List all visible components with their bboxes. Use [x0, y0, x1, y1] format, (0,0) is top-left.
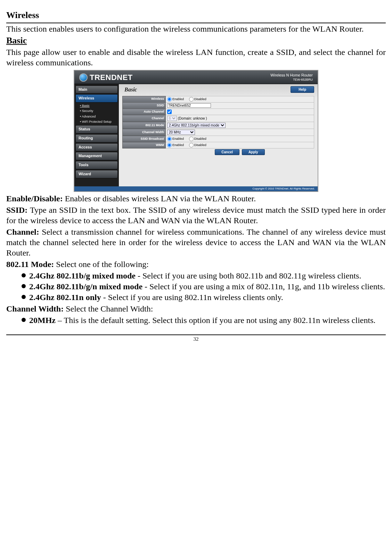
enabled-label: Enabled: [172, 97, 184, 101]
page-footer: 32: [6, 334, 386, 342]
label-mode: 802.11 Mode: [123, 122, 166, 129]
disabled-label: Disabled: [194, 97, 206, 101]
sidebar: Main Wireless • Basic • Security • Advan…: [74, 84, 119, 186]
mode-select[interactable]: 2.4Ghz 802.11b/g/n mixed mode: [167, 123, 226, 128]
content-panel: Basic Help Wireless Enabled Disabled SSI…: [119, 84, 318, 186]
def-enable: Enable/Disable: Enables or disables wire…: [6, 193, 386, 204]
heading-wireless: Wireless: [6, 10, 386, 21]
brand-logo-area: TRENDNET: [79, 73, 133, 82]
router-model: Wireless N Home Router TEW-652BRU: [270, 73, 313, 82]
def-cw: Channel Width: Select the Channel Width:: [6, 304, 386, 314]
cw-bullets: 20MHz – This is the default setting. Sel…: [6, 315, 386, 325]
broadcast-enabled-radio[interactable]: [167, 137, 172, 141]
form-table: Wireless Enabled Disabled SSID Auto Chan…: [122, 96, 314, 156]
globe-icon: [79, 73, 88, 82]
label-wmm: WMM: [123, 142, 166, 148]
label-auto-channel: Auto Channel: [123, 109, 166, 115]
nav-sub-basic[interactable]: • Basic: [76, 103, 117, 108]
nav-sub-advanced[interactable]: • Advanced: [76, 114, 117, 119]
list-item: 20MHz – This is the default setting. Sel…: [22, 315, 386, 325]
nav-wireless[interactable]: Wireless: [75, 94, 118, 103]
basic-intro-text: This page allow user to enable and disab…: [6, 47, 386, 68]
label-wireless: Wireless: [123, 96, 166, 102]
apply-button[interactable]: Apply: [242, 149, 265, 155]
def-channel: Channel: Select a transmission channel f…: [6, 227, 386, 258]
broadcast-disabled-radio[interactable]: [189, 137, 194, 141]
heading-basic: Basic: [6, 35, 386, 47]
model-line2: TEW-652BRU: [293, 78, 313, 81]
nav-main[interactable]: Main: [75, 86, 118, 94]
router-header: TRENDNET Wireless N Home Router TEW-652B…: [74, 71, 318, 84]
help-button[interactable]: Help: [291, 86, 314, 93]
list-item: 2.4Ghz 802.11n only - Select if you are …: [22, 292, 386, 302]
label-broadcast: SSID Broadcast: [123, 136, 166, 142]
router-footer: Copyright © 2010 TRENDnet. All Rights Re…: [74, 186, 318, 191]
label-ssid: SSID: [123, 102, 166, 109]
nav-sub-security[interactable]: • Security: [76, 108, 117, 114]
def-ssid: SSID: Type an SSID in the text box. The …: [6, 205, 386, 226]
list-item: 2.4Ghz 802.11b/g mixed mode - Select if …: [22, 270, 386, 281]
channel-domain: (Domain: unknow ): [178, 116, 207, 120]
intro-text: This section enables users to configurat…: [6, 24, 386, 34]
label-cw: Channel Width: [123, 129, 166, 136]
label-channel: Channel: [123, 115, 166, 122]
wmm-disabled-radio[interactable]: [189, 143, 194, 147]
nav-routing[interactable]: Routing: [75, 134, 118, 143]
divider: [6, 23, 386, 23]
wmm-enabled-radio[interactable]: [167, 143, 172, 147]
nav-sub-wps[interactable]: • WiFi Protected Setup: [76, 119, 117, 124]
nav-access[interactable]: Access: [75, 143, 118, 152]
nav-management[interactable]: Management: [75, 152, 118, 160]
def-mode: 802.11 Mode: Select one of the following…: [6, 259, 386, 269]
mode-bullets: 2.4Ghz 802.11b/g mixed mode - Select if …: [6, 270, 386, 302]
auto-channel-checkbox[interactable]: [167, 110, 172, 114]
panel-title: Basic: [124, 86, 314, 93]
cancel-button[interactable]: Cancel: [215, 149, 239, 155]
router-screenshot: TRENDNET Wireless N Home Router TEW-652B…: [74, 70, 318, 192]
wireless-disabled-radio[interactable]: [189, 97, 194, 102]
nav-status[interactable]: Status: [75, 125, 118, 134]
model-line1: Wireless N Home Router: [270, 73, 313, 77]
channel-select[interactable]: 6: [167, 116, 177, 121]
wireless-enabled-radio[interactable]: [167, 97, 172, 102]
cw-select[interactable]: 20 MHz: [167, 130, 195, 135]
ssid-input[interactable]: [167, 103, 211, 108]
list-item: 2.4Ghz 802.11b/g/n mixed mode - Select i…: [22, 281, 386, 292]
nav-wizard[interactable]: Wizard: [75, 170, 118, 178]
nav-tools[interactable]: Tools: [75, 161, 118, 169]
brand-text: TRENDNET: [90, 73, 133, 82]
